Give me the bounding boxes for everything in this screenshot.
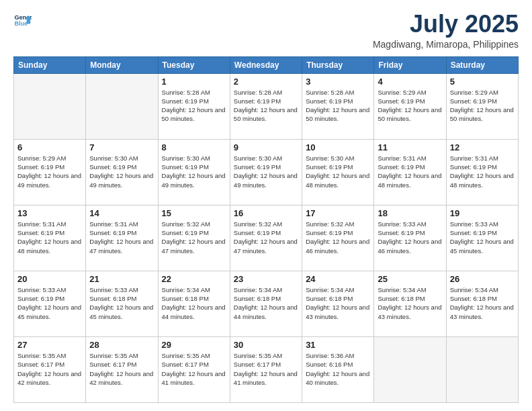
calendar-cell: 13Sunrise: 5:31 AM Sunset: 6:19 PM Dayli… [14, 205, 86, 271]
day-info: Sunrise: 5:35 AM Sunset: 6:17 PM Dayligh… [234, 351, 298, 387]
day-info: Sunrise: 5:30 AM Sunset: 6:19 PM Dayligh… [162, 154, 226, 189]
header: General Blue July 2025 Magdiwang, Mimaro… [13, 11, 519, 50]
day-number: 31 [306, 340, 370, 350]
day-number: 21 [89, 274, 154, 284]
calendar-cell: 4Sunrise: 5:29 AM Sunset: 6:19 PM Daylig… [374, 73, 446, 139]
calendar-week-2: 13Sunrise: 5:31 AM Sunset: 6:19 PM Dayli… [14, 205, 519, 271]
day-info: Sunrise: 5:35 AM Sunset: 6:17 PM Dayligh… [162, 351, 226, 387]
col-wednesday: Wednesday [230, 56, 302, 73]
col-monday: Monday [86, 56, 158, 73]
day-number: 2 [234, 77, 298, 87]
day-info: Sunrise: 5:31 AM Sunset: 6:19 PM Dayligh… [378, 154, 442, 189]
calendar-header-row: Sunday Monday Tuesday Wednesday Thursday… [14, 56, 519, 73]
day-number: 11 [378, 142, 442, 152]
day-number: 9 [234, 142, 298, 152]
day-number: 5 [450, 77, 515, 87]
day-info: Sunrise: 5:28 AM Sunset: 6:19 PM Dayligh… [306, 88, 370, 124]
day-info: Sunrise: 5:32 AM Sunset: 6:19 PM Dayligh… [306, 220, 370, 255]
svg-text:Blue: Blue [14, 20, 28, 27]
day-number: 17 [306, 208, 370, 218]
day-info: Sunrise: 5:36 AM Sunset: 6:16 PM Dayligh… [306, 351, 370, 387]
day-number: 19 [450, 208, 515, 218]
day-number: 22 [162, 274, 226, 284]
day-number: 7 [89, 142, 154, 152]
day-info: Sunrise: 5:32 AM Sunset: 6:19 PM Dayligh… [234, 220, 298, 255]
day-info: Sunrise: 5:34 AM Sunset: 6:18 PM Dayligh… [378, 285, 442, 321]
day-number: 10 [306, 142, 370, 152]
calendar-cell: 26Sunrise: 5:34 AM Sunset: 6:18 PM Dayli… [446, 271, 518, 336]
calendar-week-1: 6Sunrise: 5:29 AM Sunset: 6:19 PM Daylig… [14, 139, 519, 205]
title-location: Magdiwang, Mimaropa, Philippines [373, 39, 519, 50]
day-number: 8 [162, 142, 226, 152]
day-info: Sunrise: 5:35 AM Sunset: 6:17 PM Dayligh… [17, 351, 82, 387]
day-info: Sunrise: 5:30 AM Sunset: 6:19 PM Dayligh… [234, 154, 298, 189]
calendar-table: Sunday Monday Tuesday Wednesday Thursday… [13, 56, 519, 403]
calendar-cell: 31Sunrise: 5:36 AM Sunset: 6:16 PM Dayli… [302, 336, 374, 402]
calendar-cell: 5Sunrise: 5:29 AM Sunset: 6:19 PM Daylig… [446, 73, 518, 139]
calendar-cell: 25Sunrise: 5:34 AM Sunset: 6:18 PM Dayli… [374, 271, 446, 336]
day-info: Sunrise: 5:28 AM Sunset: 6:19 PM Dayligh… [234, 88, 298, 124]
day-number: 27 [17, 340, 82, 350]
day-info: Sunrise: 5:30 AM Sunset: 6:19 PM Dayligh… [89, 154, 154, 189]
calendar-week-3: 20Sunrise: 5:33 AM Sunset: 6:19 PM Dayli… [14, 271, 519, 336]
day-number: 26 [450, 274, 515, 284]
logo-icon: General Blue [13, 11, 32, 30]
day-info: Sunrise: 5:31 AM Sunset: 6:19 PM Dayligh… [89, 220, 154, 255]
calendar-cell: 22Sunrise: 5:34 AM Sunset: 6:18 PM Dayli… [158, 271, 230, 336]
calendar-cell: 16Sunrise: 5:32 AM Sunset: 6:19 PM Dayli… [230, 205, 302, 271]
calendar-week-4: 27Sunrise: 5:35 AM Sunset: 6:17 PM Dayli… [14, 336, 519, 402]
title-month: July 2025 [373, 11, 519, 38]
day-info: Sunrise: 5:34 AM Sunset: 6:18 PM Dayligh… [162, 285, 226, 321]
day-number: 16 [234, 208, 298, 218]
day-number: 30 [234, 340, 298, 350]
day-info: Sunrise: 5:32 AM Sunset: 6:19 PM Dayligh… [162, 220, 226, 255]
calendar-cell: 17Sunrise: 5:32 AM Sunset: 6:19 PM Dayli… [302, 205, 374, 271]
calendar-cell: 2Sunrise: 5:28 AM Sunset: 6:19 PM Daylig… [230, 73, 302, 139]
day-number: 28 [89, 340, 154, 350]
calendar-cell: 18Sunrise: 5:33 AM Sunset: 6:19 PM Dayli… [374, 205, 446, 271]
day-info: Sunrise: 5:30 AM Sunset: 6:19 PM Dayligh… [306, 154, 370, 189]
day-number: 12 [450, 142, 515, 152]
day-number: 23 [234, 274, 298, 284]
day-info: Sunrise: 5:29 AM Sunset: 6:19 PM Dayligh… [378, 88, 442, 124]
calendar-cell: 12Sunrise: 5:31 AM Sunset: 6:19 PM Dayli… [446, 139, 518, 205]
calendar-cell [374, 336, 446, 402]
calendar-cell [446, 336, 518, 402]
title-block: July 2025 Magdiwang, Mimaropa, Philippin… [373, 11, 519, 50]
col-saturday: Saturday [446, 56, 518, 73]
day-info: Sunrise: 5:34 AM Sunset: 6:18 PM Dayligh… [450, 285, 515, 321]
day-number: 13 [17, 208, 82, 218]
day-info: Sunrise: 5:35 AM Sunset: 6:17 PM Dayligh… [89, 351, 154, 387]
day-number: 1 [162, 77, 226, 87]
calendar-cell: 29Sunrise: 5:35 AM Sunset: 6:17 PM Dayli… [158, 336, 230, 402]
calendar-cell: 28Sunrise: 5:35 AM Sunset: 6:17 PM Dayli… [86, 336, 158, 402]
day-number: 4 [378, 77, 442, 87]
col-thursday: Thursday [302, 56, 374, 73]
day-info: Sunrise: 5:28 AM Sunset: 6:19 PM Dayligh… [162, 88, 226, 124]
day-number: 15 [162, 208, 226, 218]
col-friday: Friday [374, 56, 446, 73]
day-number: 24 [306, 274, 370, 284]
calendar-cell: 24Sunrise: 5:34 AM Sunset: 6:18 PM Dayli… [302, 271, 374, 336]
calendar-cell: 11Sunrise: 5:31 AM Sunset: 6:19 PM Dayli… [374, 139, 446, 205]
calendar-cell [86, 73, 158, 139]
day-info: Sunrise: 5:33 AM Sunset: 6:19 PM Dayligh… [450, 220, 515, 255]
day-number: 18 [378, 208, 442, 218]
day-number: 14 [89, 208, 154, 218]
day-number: 20 [17, 274, 82, 284]
day-number: 25 [378, 274, 442, 284]
day-info: Sunrise: 5:34 AM Sunset: 6:18 PM Dayligh… [234, 285, 298, 321]
calendar-cell: 30Sunrise: 5:35 AM Sunset: 6:17 PM Dayli… [230, 336, 302, 402]
calendar-cell [14, 73, 86, 139]
calendar-cell: 7Sunrise: 5:30 AM Sunset: 6:19 PM Daylig… [86, 139, 158, 205]
calendar-cell: 19Sunrise: 5:33 AM Sunset: 6:19 PM Dayli… [446, 205, 518, 271]
day-info: Sunrise: 5:34 AM Sunset: 6:18 PM Dayligh… [306, 285, 370, 321]
calendar-cell: 27Sunrise: 5:35 AM Sunset: 6:17 PM Dayli… [14, 336, 86, 402]
calendar-cell: 20Sunrise: 5:33 AM Sunset: 6:19 PM Dayli… [14, 271, 86, 336]
day-number: 3 [306, 77, 370, 87]
calendar-cell: 14Sunrise: 5:31 AM Sunset: 6:19 PM Dayli… [86, 205, 158, 271]
calendar-cell: 10Sunrise: 5:30 AM Sunset: 6:19 PM Dayli… [302, 139, 374, 205]
calendar-cell: 21Sunrise: 5:33 AM Sunset: 6:18 PM Dayli… [86, 271, 158, 336]
day-number: 6 [17, 142, 82, 152]
calendar-cell: 8Sunrise: 5:30 AM Sunset: 6:19 PM Daylig… [158, 139, 230, 205]
